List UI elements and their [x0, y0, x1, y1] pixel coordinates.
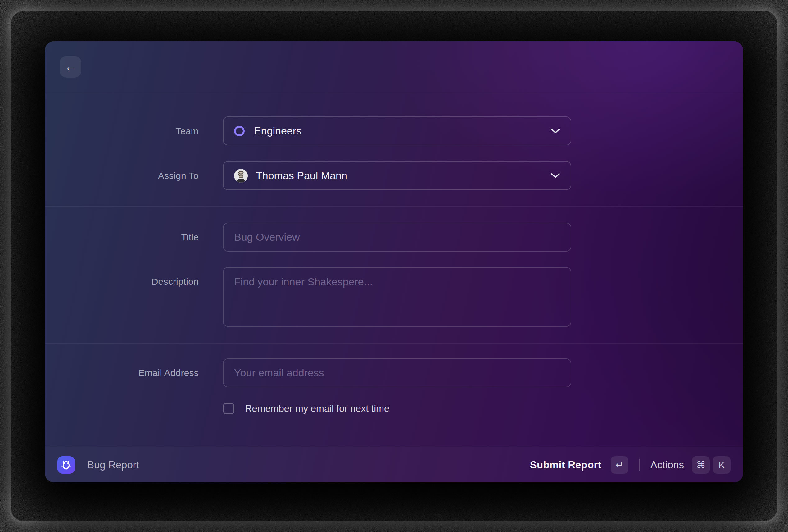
- submit-report-button[interactable]: Submit Report ↵: [530, 456, 628, 474]
- remember-row: Remember my email for next time: [45, 403, 743, 414]
- description-label: Description: [45, 267, 199, 287]
- command-name: Bug Report: [87, 459, 139, 471]
- actions-button[interactable]: Actions ⌘ K: [650, 456, 731, 474]
- title-label: Title: [45, 232, 199, 242]
- command-key-icon: ⌘: [692, 456, 710, 474]
- email-label: Email Address: [45, 368, 199, 378]
- canvas: ← Team Engineers Assign To: [0, 0, 788, 532]
- chevron-down-icon: [551, 128, 560, 134]
- assign-to-label: Assign To: [45, 171, 199, 181]
- team-select[interactable]: Engineers: [223, 116, 571, 145]
- team-circle-icon: [234, 126, 245, 136]
- submit-report-label: Submit Report: [530, 459, 602, 471]
- assign-to-value: Thomas Paul Mann: [256, 170, 348, 182]
- team-row: Team Engineers: [45, 116, 743, 145]
- actions-label: Actions: [650, 459, 684, 471]
- team-label: Team: [45, 126, 199, 136]
- chevron-down-icon: [551, 173, 560, 179]
- remember-label: Remember my email for next time: [245, 403, 389, 414]
- back-arrow-icon: ←: [64, 60, 76, 74]
- description-row: Description: [45, 267, 743, 327]
- window-header: ←: [45, 41, 743, 93]
- action-bar: Bug Report Submit Report ↵ Actions ⌘ K: [45, 447, 743, 482]
- section-details: Title Description: [45, 206, 743, 344]
- assign-row: Assign To Thomas Paul Mann: [45, 161, 743, 190]
- remember-checkbox[interactable]: [223, 403, 234, 414]
- footer-divider: [639, 459, 640, 471]
- email-row: Email Address: [45, 358, 743, 387]
- bug-report-app-icon: [57, 456, 75, 474]
- assign-to-select[interactable]: Thomas Paul Mann: [223, 161, 571, 190]
- team-value: Engineers: [254, 125, 301, 137]
- description-textarea[interactable]: [223, 267, 571, 327]
- email-input[interactable]: [223, 358, 571, 387]
- title-row: Title: [45, 223, 743, 252]
- bug-report-window: ← Team Engineers Assign To: [45, 41, 743, 482]
- bug-icon: [60, 459, 72, 471]
- section-email: Email Address Remember my email for next…: [45, 344, 743, 414]
- enter-key-icon: ↵: [611, 456, 628, 474]
- section-team: Team Engineers Assign To: [45, 93, 743, 206]
- k-key: K: [713, 456, 731, 474]
- title-input[interactable]: [223, 223, 571, 252]
- back-button[interactable]: ←: [60, 56, 81, 78]
- avatar: [234, 169, 248, 183]
